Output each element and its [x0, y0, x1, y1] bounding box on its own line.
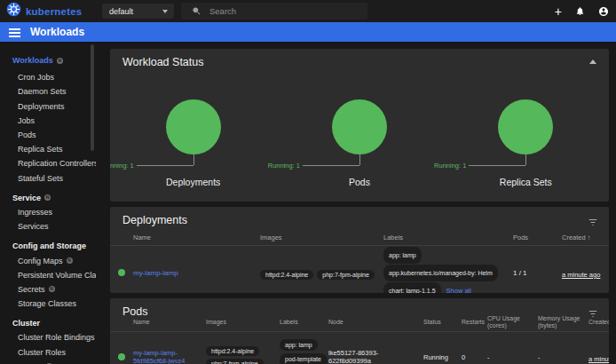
pie-legend: Running: 1	[434, 162, 466, 170]
show-all-link[interactable]: Show all	[446, 287, 471, 293]
search-bar	[181, 3, 367, 20]
pie-running-deployments	[166, 99, 221, 154]
sidebar-item-ingresses[interactable]: Ingresses	[0, 205, 96, 219]
sidebar-item-services[interactable]: Services	[0, 219, 96, 233]
pods-table-header: Name Images Labels Node Status Restarts …	[110, 313, 609, 332]
col-images: Images	[260, 233, 383, 241]
sidebar-section-service[interactable]: ServiceN	[0, 191, 96, 205]
chart-title: Replica Sets	[443, 177, 609, 187]
search-icon	[192, 4, 201, 20]
pod-name-link[interactable]: my-lamp-lamp-5fd985cf68-jwvz4	[133, 349, 185, 364]
pods-card: Pods Name Images Labels Node Status Rest…	[110, 298, 609, 364]
chevron-down-icon	[162, 10, 168, 13]
sidebar-item-persistent-volume-claims[interactable]: Persistent Volume ClaimsN	[0, 268, 96, 282]
pods-pie-chart: Running: 1 Pods	[276, 49, 442, 202]
image-chip: httpd:2.4-alpine	[206, 346, 259, 356]
pods-ratio: 1 / 1	[513, 269, 562, 277]
deployments-card: Deployments Name Images Labels Pods Crea…	[110, 207, 609, 293]
deployment-name-link[interactable]: my-lamp-lamp	[133, 269, 178, 277]
sidebar-item-events[interactable]: EventsN	[0, 360, 96, 364]
label-chip: app: lamp	[383, 247, 422, 264]
create-resource-button[interactable]: +	[555, 5, 562, 18]
namespace-selected-value: default	[109, 7, 133, 16]
namespaced-badge-icon: N	[49, 286, 55, 292]
workload-status-charts: Running: 1 Deployments Running: 1 Pods R…	[110, 49, 609, 202]
sidebar-item-pods[interactable]: Pods	[0, 128, 96, 142]
col-memory: Memory Usage (bytes)	[538, 315, 588, 330]
deployment-row: my-lamp-lamp httpd:2.4-alpinephp:7-fpm-a…	[110, 246, 609, 293]
node-name: lke55127-86393-622f8d09399a	[328, 349, 423, 364]
col-name: Name	[133, 319, 206, 326]
sort-asc-icon: ↑	[588, 233, 591, 241]
menu-hamburger-icon[interactable]	[9, 28, 20, 39]
col-cpu: CPU Usage (cores)	[487, 315, 538, 330]
sidebar-section-config-and-storage: Config and Storage	[0, 239, 96, 253]
filter-icon[interactable]	[588, 215, 598, 231]
sidebar-scrollbar[interactable]	[91, 44, 94, 151]
sidebar-item-secrets[interactable]: SecretsN	[0, 282, 96, 297]
sidebar-item-jobs[interactable]: Jobs	[0, 114, 96, 128]
label-chip: chart: lamp-1.1.5	[383, 282, 441, 293]
pod-cpu-usage: -	[487, 353, 538, 361]
sidebar-item-cluster-role-bindings[interactable]: Cluster Role Bindings	[0, 330, 96, 344]
deployments-pie-chart: Running: 1 Deployments	[110, 49, 276, 202]
pod-status: Running	[423, 353, 462, 361]
sidebar-item-stateful-sets[interactable]: Stateful Sets	[0, 171, 96, 186]
sidebar-item-storage-classes[interactable]: Storage Classes	[0, 297, 96, 311]
notifications-bell-icon[interactable]	[575, 6, 585, 16]
image-chip: php:7-fpm-alpine	[317, 270, 375, 280]
col-created-sort[interactable]: Created ↑	[588, 319, 609, 326]
col-pods: Pods	[513, 233, 562, 241]
status-ok-dot	[118, 353, 125, 360]
col-created-sort[interactable]: Created ↑	[562, 233, 609, 241]
top-bar: kubernetes default +	[0, 0, 616, 22]
pie-legend: Running: 1	[268, 162, 300, 170]
workload-status-card: Running: 1 Deployments Running: 1 Pods R…	[110, 49, 609, 202]
sidebar-item-config-maps[interactable]: Config MapsN	[0, 253, 96, 267]
col-labels: Labels	[280, 319, 328, 326]
replica-sets-pie-chart: Running: 1 Replica Sets	[443, 49, 609, 202]
pod-restarts: 0	[462, 353, 487, 361]
chart-title: Deployments	[110, 177, 276, 187]
image-chip: httpd:2.4-alpine	[260, 270, 313, 280]
label-chip: app.kubernetes.io/managed-by: Helm	[383, 265, 498, 281]
deployments-title: Deployments	[122, 214, 187, 226]
sidebar-nav: WorkloadsN Cron Jobs Daemon Sets Deploym…	[0, 42, 96, 364]
created-timestamp: a minute ago	[562, 271, 600, 279]
search-input[interactable]	[209, 6, 343, 16]
col-labels: Labels	[383, 233, 513, 241]
sidebar-item-workloads[interactable]: WorkloadsN	[0, 53, 96, 67]
sidebar-item-cluster-roles[interactable]: Cluster Roles	[0, 345, 96, 360]
pod-memory-usage: -	[538, 353, 588, 361]
col-name: Name	[133, 233, 260, 241]
sidebar-item-replica-sets[interactable]: Replica Sets	[0, 142, 96, 156]
col-restarts: Restarts	[462, 319, 487, 326]
pie-running-pods	[332, 99, 387, 154]
page-title: Workloads	[30, 22, 84, 42]
image-chip: php:7-fpm-alpine	[206, 359, 264, 364]
sidebar-item-deployments[interactable]: Deployments	[0, 99, 96, 114]
namespaced-badge-icon: N	[44, 194, 51, 201]
label-chip: pod-template-hash: 5fd985cf68	[280, 353, 328, 364]
status-ok-dot	[118, 269, 125, 276]
col-status: Status	[423, 319, 462, 326]
sidebar-item-daemon-sets[interactable]: Daemon Sets	[0, 84, 96, 99]
chart-title: Pods	[276, 177, 442, 187]
brand-name: kubernetes	[26, 6, 82, 17]
account-user-icon[interactable]	[598, 6, 609, 17]
pod-row: my-lamp-lamp-5fd985cf68-jwvz4 httpd:2.4-…	[110, 332, 609, 364]
sidebar-item-replication-controllers[interactable]: Replication Controllers	[0, 156, 96, 170]
sidebar-item-cron-jobs[interactable]: Cron Jobs	[0, 70, 96, 84]
created-timestamp: a minute ago	[588, 355, 609, 363]
topbar-actions: +	[555, 0, 609, 22]
namespaced-badge-icon: N	[57, 58, 63, 64]
col-images: Images	[206, 319, 280, 326]
workload-status-title: Workload Status	[122, 56, 203, 68]
namespaced-badge-icon: N	[67, 257, 73, 264]
app-bar: Workloads	[0, 22, 616, 42]
namespace-selector[interactable]: default	[102, 4, 174, 19]
pie-legend: Running: 1	[110, 162, 134, 170]
deployments-table-header: Name Images Labels Pods Created ↑	[110, 230, 609, 245]
kubernetes-logo-link[interactable]: kubernetes	[6, 0, 82, 22]
collapse-chevron-up-icon[interactable]	[589, 59, 596, 64]
